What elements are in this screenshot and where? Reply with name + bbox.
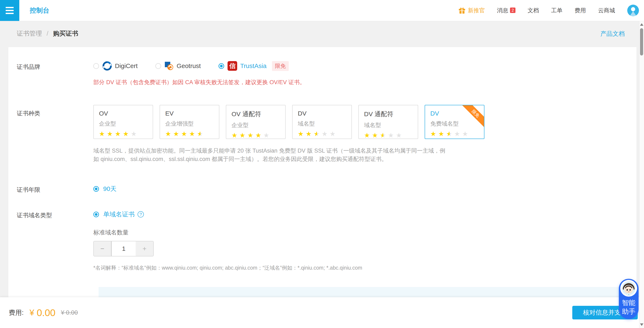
trustasia-radio[interactable]	[218, 63, 224, 69]
domain-count-stepper: − 1 +	[93, 241, 154, 256]
original-price: ¥ 0.00	[61, 309, 78, 316]
fee-amount: 0.00	[37, 307, 56, 318]
rating-stars: ★★★★★★★★★★	[298, 130, 352, 138]
cert-type-row: 证书种类 OV 企业型 ★★★★★★★★★★ EV 企业增强型 ★★★★★★★★…	[17, 105, 636, 163]
message-count-badge: 2	[510, 7, 516, 13]
hamburger-icon	[6, 7, 14, 8]
cert-card-ov[interactable]: OV 企业型 ★★★★★★★★★★	[93, 105, 153, 139]
nav-item-messages[interactable]: 消息 2	[497, 7, 516, 14]
digicert-radio[interactable]	[93, 63, 99, 69]
top-header: 控制台 新推官 消息 2 文档 工单 费用 云商城	[0, 0, 644, 21]
domain-type-option[interactable]: 单域名证书 ?	[93, 208, 362, 221]
rating-stars: ★★★★★★★★★★	[232, 132, 285, 139]
buy-certificate-panel: 证书品牌 DigiCert	[8, 47, 636, 328]
limited-free-badge: 限免	[272, 61, 289, 71]
dv-warning-text: 部分 DV 证书（包含免费证书）如因 CA 审核失败无法签发，建议更换 OV/E…	[93, 78, 305, 86]
nav-item-docs[interactable]: 文档	[528, 7, 539, 14]
ai-assistant-widget[interactable]: AI 智能 助手	[619, 279, 638, 319]
cert-card-dv-wildcard[interactable]: DV 通配符 域名型 ★★★★★★★★★★	[358, 105, 418, 139]
cert-brand-row: 证书品牌 DigiCert	[17, 60, 636, 86]
stepper-minus-button[interactable]: −	[93, 241, 111, 256]
scroll-down-arrow[interactable]	[640, 324, 643, 326]
checkout-bar: 费用: ¥ 0.00 ¥ 0.00 核对信息并支付	[0, 297, 644, 328]
single-domain-radio[interactable]	[93, 212, 99, 217]
assistant-robot-icon: AI	[620, 280, 637, 297]
stepper-value[interactable]: 1	[111, 241, 136, 256]
user-avatar[interactable]	[627, 4, 639, 16]
glossary-note: *名词解释：“标准域名”例如：www.qiniu.com; qiniu.com;…	[93, 264, 362, 271]
cert-type-cards: OV 企业型 ★★★★★★★★★★ EV 企业增强型 ★★★★★★★★★★ OV…	[93, 105, 484, 139]
cert-type-description: 域名型 SSL，提供站点加密功能。同一主域最多只能申请 20 张 TustAsi…	[93, 147, 450, 163]
console-title-link[interactable]: 控制台	[30, 0, 49, 21]
years-90-radio[interactable]	[93, 186, 99, 192]
help-icon[interactable]: ?	[138, 211, 144, 217]
header-nav: 新推官 消息 2 文档 工单 费用 云商城	[458, 0, 639, 21]
cert-years-label: 证书年限	[17, 182, 93, 194]
assistant-label-line1: 智能	[622, 298, 636, 307]
rating-stars: ★★★★★★★★★★	[430, 130, 484, 138]
product-docs-link[interactable]: 产品文档	[600, 30, 625, 38]
cert-card-dv[interactable]: DV 域名型 ★★★★★★★★★★	[292, 105, 352, 139]
scroll-up-arrow[interactable]	[640, 23, 643, 26]
gift-icon	[458, 7, 465, 14]
cert-years-row: 证书年限 90天	[17, 182, 636, 195]
domain-type-label: 证书域名类型	[17, 208, 93, 219]
page-title: 购买证书	[53, 30, 78, 37]
geotrust-logo-icon	[164, 61, 174, 71]
rating-stars: ★★★★★★★★★★	[364, 132, 418, 139]
nav-item-billing[interactable]: 费用	[574, 7, 586, 14]
digicert-logo-icon	[102, 61, 112, 71]
nav-item-tickets[interactable]: 工单	[551, 7, 562, 14]
cert-brand-label: 证书品牌	[17, 60, 93, 71]
brand-option-digicert[interactable]: DigiCert	[93, 61, 138, 71]
fee-label: 费用:	[9, 308, 24, 317]
cert-card-dv-free[interactable]: 限免 DV 免费域名型 ★★★★★★★★★★	[425, 105, 484, 139]
assistant-label-line2: 助手	[622, 307, 636, 316]
hamburger-menu-button[interactable]	[0, 0, 19, 21]
breadcrumb-parent[interactable]: 证书管理	[17, 30, 42, 37]
domain-count-label: 标准域名数量	[93, 229, 362, 236]
stepper-plus-button[interactable]: +	[136, 241, 154, 256]
page-scrollbar[interactable]	[639, 21, 644, 328]
currency-symbol: ¥	[30, 308, 34, 317]
scrollbar-thumb[interactable]	[640, 28, 643, 55]
rating-stars: ★★★★★★★★★★	[99, 130, 153, 138]
cert-card-ev[interactable]: EV 企业增强型 ★★★★★★★★★★	[160, 105, 219, 139]
domain-type-row: 证书域名类型 单域名证书 ? 标准域名数量 − 1 + *名词解释：“标准域名”…	[17, 208, 636, 271]
rating-stars: ★★★★★★★★★★	[165, 130, 219, 138]
brand-option-trustasia[interactable]: 信 TrustAsia 限免	[218, 61, 289, 71]
brand-option-geotrust[interactable]: Geotrust	[156, 61, 201, 71]
trustasia-logo-icon: 信	[228, 61, 237, 71]
breadcrumb: 证书管理 / 购买证书	[17, 29, 78, 38]
svg-text:AI: AI	[628, 294, 630, 296]
nav-item-cloud-market[interactable]: 云商城	[598, 7, 615, 14]
cert-card-ov-wildcard[interactable]: OV 通配符 企业型 ★★★★★★★★★★	[226, 105, 286, 139]
geotrust-radio[interactable]	[156, 63, 161, 69]
cert-type-label: 证书种类	[17, 105, 93, 117]
cert-years-option[interactable]: 90天	[93, 182, 116, 195]
nav-item-promoter[interactable]: 新推官	[458, 7, 485, 14]
